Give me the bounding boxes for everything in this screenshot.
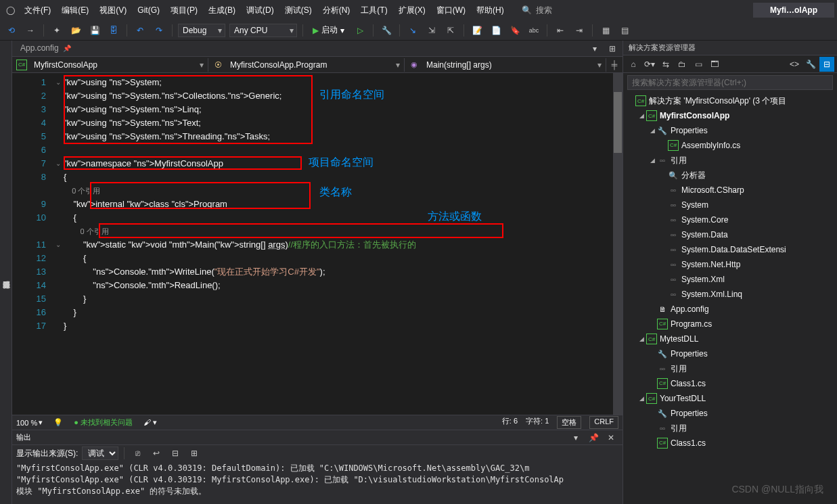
undo-icon[interactable]: ↶ <box>133 23 148 38</box>
tree-node[interactable]: 🔧Properties <box>623 346 837 361</box>
side-tab-server[interactable]: 服务器资源管理器 <box>0 41 12 504</box>
platform-dropdown[interactable]: Any CPU <box>229 24 297 37</box>
menu-item[interactable]: 文件(F) <box>19 3 56 18</box>
menu-item[interactable]: 调试(D) <box>241 3 279 18</box>
start-no-debug-icon[interactable]: ▷ <box>353 23 367 38</box>
tree-node[interactable]: 🔍分析器 <box>623 168 837 183</box>
menu-item[interactable]: 窗口(W) <box>431 3 471 18</box>
nav-member[interactable]: ◉Main(string[] args) <box>405 58 606 72</box>
tree-node[interactable]: ◢C#YourTestDLL <box>623 391 837 406</box>
tab-expand-icon[interactable]: ⊞ <box>605 41 620 56</box>
nav-scope[interactable]: C#MyfirstConsolApp <box>12 58 208 72</box>
tree-node[interactable]: ◢🔧Properties <box>623 123 837 138</box>
tree-node[interactable]: C#AssemblyInfo.cs <box>623 138 837 153</box>
tree-node[interactable]: ◢▫▫引用 <box>623 153 837 168</box>
output-clear-icon[interactable]: ⎚ <box>130 446 145 461</box>
expand-icon[interactable]: ◢ <box>637 395 646 402</box>
save-icon[interactable]: 💾 <box>87 23 102 38</box>
line-ending[interactable]: CRLF <box>589 416 618 429</box>
sx-code-icon[interactable]: <> <box>787 57 802 72</box>
tab-dropdown-icon[interactable]: ▾ <box>587 41 602 56</box>
search-box[interactable]: 🔍 搜索 <box>522 5 552 16</box>
editor-scrollbar[interactable] <box>613 73 623 415</box>
menu-item[interactable]: 视图(V) <box>94 3 132 18</box>
step-icon-1[interactable]: ↘ <box>405 23 420 38</box>
comment-icon[interactable]: 📝 <box>470 23 484 38</box>
menu-item[interactable]: 生成(B) <box>203 3 241 18</box>
sx-view-icon[interactable]: ⊟ <box>819 57 834 72</box>
tree-node[interactable]: ▫▫System <box>623 198 837 212</box>
abc-icon[interactable]: abc <box>526 23 541 38</box>
output-pin-icon[interactable]: 📌 <box>586 430 601 445</box>
tree-node[interactable]: ▫▫System.Xml.Linq <box>623 287 837 302</box>
tree-node[interactable]: 🗎App.config <box>623 302 837 317</box>
sx-collapse-icon[interactable]: ▭ <box>691 57 706 72</box>
menu-item[interactable]: 工具(T) <box>355 3 392 18</box>
tree-node[interactable]: ▫▫System.Core <box>623 212 837 227</box>
open-icon[interactable]: 📂 <box>68 23 83 38</box>
step-icon-3[interactable]: ⇱ <box>443 23 458 38</box>
indent-mode[interactable]: 空格 <box>557 416 581 429</box>
tree-node[interactable]: ▫▫引用 <box>623 361 837 376</box>
output-tool3-icon[interactable]: ⊟ <box>168 446 183 461</box>
tree-node[interactable]: C#Class1.cs <box>623 436 837 451</box>
tree-node[interactable]: ▫▫System.Data <box>623 227 837 242</box>
nav-split-icon[interactable]: ╪ <box>606 60 623 70</box>
menu-item[interactable]: 帮助(H) <box>471 3 510 18</box>
config-dropdown[interactable]: Debug <box>178 24 225 37</box>
sx-refresh-icon[interactable]: ⟳▾ <box>642 57 657 72</box>
expand-icon[interactable]: ◢ <box>648 157 657 164</box>
indent-icon[interactable]: ⇤ <box>553 23 568 38</box>
expand-icon[interactable]: ◢ <box>637 112 646 119</box>
code-content[interactable]: "kw">using "ns">System;"kw">using "ns">S… <box>64 73 623 415</box>
tree-node[interactable]: ▫▫Microsoft.CSharp <box>623 183 837 198</box>
outdent-icon[interactable]: ⇥ <box>572 23 587 38</box>
menu-item[interactable]: 项目(P) <box>165 3 203 18</box>
menu-item[interactable]: 编辑(E) <box>56 3 94 18</box>
bookmark-icon[interactable]: 🔖 <box>507 23 522 38</box>
output-source-select[interactable]: 调试 <box>82 446 118 460</box>
new-project-icon[interactable]: ✦ <box>49 23 64 38</box>
output-body[interactable]: "MyfirstConsolApp.exe" (CLR v4.0.30319: … <box>12 461 623 504</box>
output-dropdown-icon[interactable]: ▾ <box>568 430 583 445</box>
fold-column[interactable]: ⌄⌄⌄ <box>53 73 64 415</box>
output-close-icon[interactable]: ✕ <box>604 430 618 445</box>
start-button[interactable]: ▶启动 ▾ <box>309 23 348 37</box>
brush-icon[interactable]: 🖌 ▾ <box>143 418 157 427</box>
sx-properties-icon[interactable]: 🗔 <box>707 57 722 72</box>
expand-icon[interactable]: ◢ <box>648 127 657 134</box>
save-all-icon[interactable]: 🗄 <box>106 23 121 38</box>
tree-node[interactable]: C#解决方案 'MyfirstConsolApp' (3 个项目 <box>623 93 837 108</box>
tree-node[interactable]: 🔧Properties <box>623 406 837 421</box>
expand-icon[interactable]: ◢ <box>637 336 646 342</box>
issues-indicator[interactable]: ● 未找到相关问题 <box>74 417 133 428</box>
tree-node[interactable]: ▫▫System.Data.DataSetExtensi <box>623 242 837 257</box>
tree-node[interactable]: ▫▫System.Xml <box>623 272 837 287</box>
back-icon[interactable]: ◯ <box>3 3 18 18</box>
tool-icon-1[interactable]: 🔧 <box>379 23 394 38</box>
sx-showall-icon[interactable]: 🗀 <box>675 57 689 72</box>
nav-fwd-icon[interactable]: → <box>23 23 38 38</box>
tree-node[interactable]: ▫▫System.Net.Http <box>623 257 837 272</box>
code-editor[interactable]: 1234567891011121314151617 ⌄⌄⌄ "kw">using… <box>12 73 623 415</box>
zoom-level[interactable]: 100 % ▾ <box>16 418 43 427</box>
menu-item[interactable]: 分析(N) <box>317 3 356 18</box>
format-icon-1[interactable]: ▦ <box>598 23 613 38</box>
nav-class[interactable]: ⦿MyfirstConsolApp.Program <box>208 58 405 72</box>
nav-back-icon[interactable]: ⟲ <box>4 23 19 38</box>
tree-node[interactable]: C#Program.cs <box>623 317 837 331</box>
format-icon-2[interactable]: ▤ <box>617 23 632 38</box>
menu-item[interactable]: Git(G) <box>132 3 165 18</box>
tree-node[interactable]: ◢C#MyfirstConsolApp <box>623 108 837 123</box>
editor-tab[interactable]: App.config 📌 <box>12 41 96 55</box>
step-icon-2[interactable]: ⇲ <box>424 23 439 38</box>
tree-node[interactable]: ◢C#MytestDLL <box>623 331 837 346</box>
menu-item[interactable]: 测试(S) <box>279 3 317 18</box>
tree-node[interactable]: C#Class1.cs <box>623 376 837 391</box>
sx-home-icon[interactable]: ⌂ <box>626 57 641 72</box>
sx-wrench-icon[interactable]: 🔧 <box>803 57 818 72</box>
tree-node[interactable]: ▫▫引用 <box>623 421 837 436</box>
output-tool4-icon[interactable]: ⊞ <box>187 446 202 461</box>
menu-item[interactable]: 扩展(X) <box>393 3 431 18</box>
uncomment-icon[interactable]: 📄 <box>489 23 503 38</box>
